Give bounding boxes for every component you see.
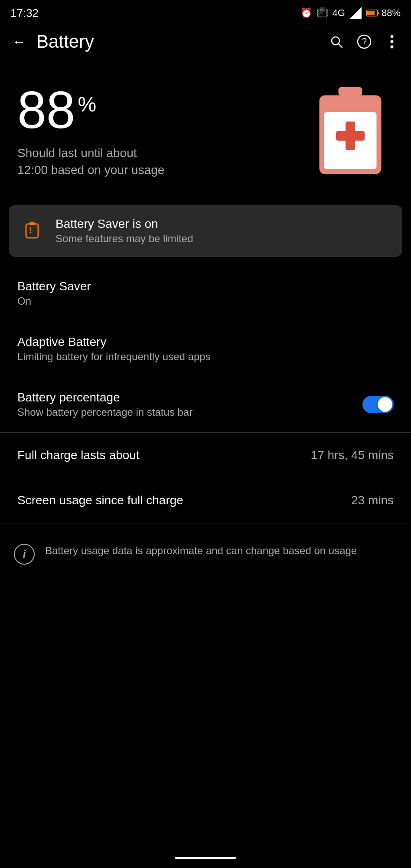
svg-text:!: ! (29, 226, 32, 235)
app-bar: ← Battery ? (0, 24, 411, 59)
svg-rect-2 (378, 12, 379, 14)
battery-icon-container (307, 83, 394, 179)
adaptive-battery-item-subtitle: Limiting battery for infrequently used a… (17, 351, 211, 363)
battery-last-text: Should last until about 12:00 based on y… (17, 145, 307, 178)
battery-percentage-item-title: Battery percentage (17, 391, 192, 404)
battery-percentage-symbol: % (78, 94, 96, 115)
svg-line-6 (339, 44, 342, 47)
full-charge-label: Full charge lasts about (17, 448, 140, 462)
battery-percentage-item[interactable]: Battery percentage Show battery percenta… (0, 377, 411, 432)
more-vertical-icon (390, 35, 394, 49)
battery-percentage-number: 88 (17, 84, 75, 136)
svg-point-10 (391, 40, 394, 43)
search-icon (329, 35, 343, 49)
status-icons: ⏰ 📳 4G + 88% (300, 7, 401, 19)
back-button[interactable]: ← (7, 30, 31, 54)
status-time: 17:32 (10, 7, 39, 20)
battery-status-indicator: + 88% (366, 7, 401, 19)
screen-usage-label: Screen usage since full charge (17, 493, 183, 507)
alarm-icon: ⏰ (300, 7, 312, 19)
full-charge-row: Full charge lasts about 17 hrs, 45 mins (0, 433, 411, 478)
svg-text:+: + (369, 12, 371, 16)
svg-rect-17 (26, 224, 38, 238)
battery-saver-icon: ! (23, 219, 43, 243)
screen-usage-row: Screen usage since full charge 23 mins (0, 478, 411, 523)
adaptive-battery-item-text: Adaptive Battery Limiting battery for in… (17, 335, 211, 363)
battery-saver-item-title: Battery Saver (17, 279, 91, 293)
svg-rect-12 (339, 87, 362, 96)
app-bar-icons: ? (324, 30, 404, 54)
battery-saver-banner-text: Battery Saver is on Some features may be… (55, 217, 193, 245)
info-footer: i Battery usage data is approximate and … (0, 527, 411, 580)
battery-percentage-container: 88 % Should last until about 12:00 based… (17, 84, 307, 178)
status-bar: 17:32 ⏰ 📳 4G + 88% (0, 0, 411, 24)
toggle-knob (378, 397, 392, 412)
settings-list: Battery Saver On Adaptive Battery Limiti… (0, 266, 411, 432)
back-arrow-icon: ← (12, 34, 26, 50)
network-label: 4G (333, 7, 345, 19)
battery-percentage-item-subtitle: Show battery percentage in status bar (17, 406, 192, 418)
battery-saver-banner[interactable]: ! Battery Saver is on Some features may … (9, 205, 402, 257)
info-icon: i (14, 544, 35, 565)
battery-graphic-icon (311, 83, 389, 179)
battery-saver-item[interactable]: Battery Saver On (0, 266, 411, 321)
battery-saver-item-subtitle: On (17, 295, 91, 307)
search-button[interactable] (324, 30, 349, 54)
battery-percentage-display: 88 % (17, 84, 307, 136)
help-icon: ? (356, 34, 372, 49)
svg-text:?: ? (362, 36, 367, 46)
screen-usage-value: 23 mins (351, 493, 394, 507)
svg-rect-18 (29, 222, 35, 225)
page-title: Battery (36, 31, 324, 52)
svg-marker-0 (349, 7, 362, 19)
info-footer-text: Battery usage data is approximate and ca… (45, 543, 357, 559)
battery-saver-banner-title: Battery Saver is on (55, 217, 193, 231)
battery-status-icon: + (366, 9, 380, 17)
stats-divider-bottom (0, 523, 411, 523)
svg-point-11 (391, 46, 394, 49)
battery-saver-item-text: Battery Saver On (17, 279, 91, 307)
signal-icon (349, 7, 362, 19)
battery-percentage-toggle[interactable] (362, 396, 394, 413)
battery-saver-banner-subtitle: Some features may be limited (55, 233, 193, 245)
svg-point-9 (391, 35, 394, 38)
battery-info-section: 88 % Should last until about 12:00 based… (0, 66, 411, 196)
more-options-button[interactable] (380, 30, 404, 54)
adaptive-battery-item-title: Adaptive Battery (17, 335, 211, 349)
full-charge-value: 17 hrs, 45 mins (311, 448, 394, 462)
help-button[interactable]: ? (352, 30, 376, 54)
battery-percent-status: 88% (382, 7, 401, 19)
vibrate-icon: 📳 (316, 7, 328, 19)
bottom-nav-indicator (175, 857, 236, 859)
battery-percentage-item-text: Battery percentage Show battery percenta… (17, 391, 192, 418)
adaptive-battery-item[interactable]: Adaptive Battery Limiting battery for in… (0, 321, 411, 377)
svg-rect-16 (336, 131, 365, 141)
